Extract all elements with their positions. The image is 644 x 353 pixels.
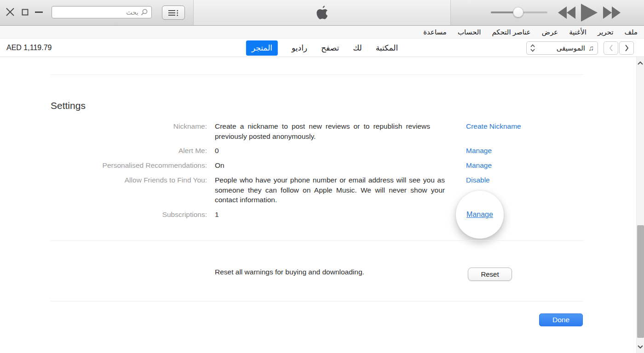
manage-alerts-link[interactable]: Manage (466, 147, 492, 154)
nav-bar: AED 1,119.79 المكتبة لك تصفح راديو المتج… (0, 39, 644, 57)
minimize-icon (35, 11, 43, 13)
settings-heading: Settings (51, 100, 86, 111)
row-value: 1 (215, 210, 219, 220)
rewind-icon (558, 6, 575, 19)
close-icon (6, 8, 14, 16)
row-label: Nickname: (51, 121, 207, 131)
volume-thumb[interactable] (513, 7, 523, 17)
chevron-up-down-icon (530, 44, 535, 52)
chevron-left-icon (609, 44, 614, 52)
nav-back-button[interactable] (619, 41, 634, 55)
tab-for-you[interactable]: لك (353, 43, 362, 53)
scroll-down-icon (638, 345, 643, 349)
separator (51, 240, 583, 241)
row-value: People who have your phone number or ema… (215, 175, 445, 205)
row-label: Allow Friends to Find You: (51, 175, 207, 185)
reset-button[interactable]: Reset (468, 268, 512, 281)
nav-forward-button[interactable] (604, 41, 618, 55)
row-label: Personalised Recommendations: (51, 160, 207, 171)
row-label: Subscriptions: (51, 210, 207, 220)
scrollbar-thumb[interactable] (637, 225, 644, 338)
separator (51, 301, 583, 302)
fast-forward-icon (603, 6, 621, 19)
menu-item-view[interactable]: عرض (542, 28, 558, 36)
scroll-up-icon (638, 61, 643, 65)
maximize-icon (22, 9, 29, 16)
media-picker-dropdown[interactable]: ♫ الموسيقى (526, 41, 598, 55)
store-tabs: المكتبة لك تصفح راديو المتجر (246, 39, 398, 57)
vertical-scrollbar[interactable] (636, 57, 644, 353)
rewind-button[interactable] (558, 6, 575, 21)
media-picker-label: الموسيقى (557, 44, 585, 52)
menu-item-help[interactable]: مساعدة (423, 28, 447, 36)
tab-store[interactable]: المتجر (246, 40, 278, 56)
reset-warnings-text: Reset all warnings for buying and downlo… (215, 268, 364, 276)
menu-item-file[interactable]: ملف (624, 28, 638, 36)
row-value: Create a nickname to post new reviews or… (215, 121, 430, 141)
separator (51, 74, 583, 75)
fast-forward-button[interactable] (603, 6, 621, 21)
play-button[interactable] (581, 4, 598, 23)
done-button[interactable]: Done (539, 313, 583, 326)
window-close-button[interactable] (6, 8, 14, 18)
title-bar (0, 0, 644, 26)
tab-radio[interactable]: راديو (292, 43, 307, 53)
queue-list-icon (167, 9, 179, 17)
tab-browse[interactable]: تصفح (321, 43, 339, 53)
search-field[interactable] (52, 6, 152, 18)
chevron-right-icon (624, 44, 629, 52)
spotlight-circle: Manage (456, 191, 504, 239)
menu-item-account[interactable]: الحساب (458, 28, 481, 36)
menu-item-edit[interactable]: تحرير (598, 28, 614, 36)
music-note-icon: ♫ (588, 44, 594, 52)
menu-item-song[interactable]: الأغنية (569, 28, 586, 36)
manage-subscriptions-link[interactable]: Manage (466, 210, 493, 220)
window-minimize-button[interactable] (35, 11, 43, 13)
tab-library[interactable]: المكتبة (376, 43, 398, 53)
row-value: On (215, 160, 224, 171)
menu-bar: ملف تحرير الأغنية عرض عناصر التحكم الحسا… (0, 26, 644, 39)
search-input[interactable] (60, 9, 138, 16)
account-settings-page: Settings Nickname: Create a nickname to … (0, 57, 644, 353)
up-next-button[interactable] (162, 6, 185, 20)
apple-logo (316, 5, 328, 22)
manage-recommendations-link[interactable]: Manage (466, 161, 492, 169)
play-icon (581, 4, 598, 22)
row-value: 0 (215, 146, 219, 156)
scroll-down-button[interactable] (638, 342, 643, 351)
account-balance: AED 1,119.79 (6, 39, 52, 57)
row-label: Alert Me: (51, 146, 207, 156)
scroll-up-button[interactable] (638, 59, 643, 67)
menu-item-controls[interactable]: عناصر التحكم (492, 28, 530, 36)
disable-find-you-link[interactable]: Disable (466, 176, 490, 184)
search-icon (141, 9, 148, 16)
window-maximize-button[interactable] (22, 9, 29, 17)
create-nickname-link[interactable]: Create Nickname (466, 122, 521, 130)
